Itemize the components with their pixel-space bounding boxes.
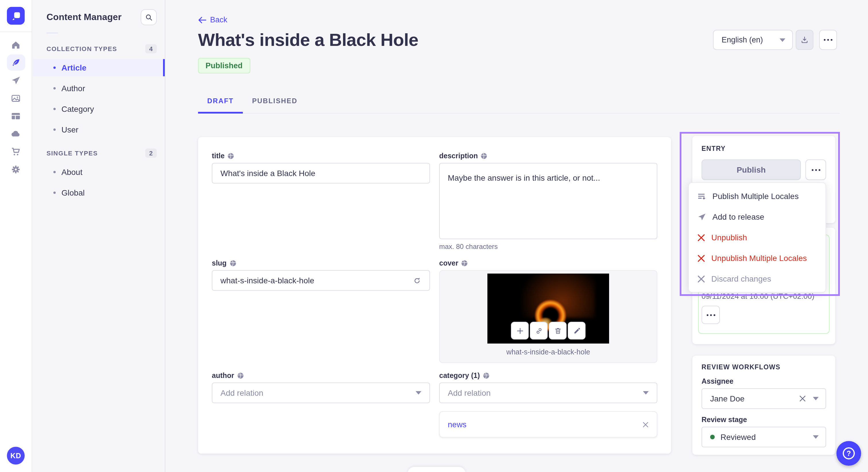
sidebar-item-article[interactable]: Article xyxy=(33,59,165,76)
review-stage-select[interactable]: Reviewed xyxy=(702,427,826,447)
sidebar-item-author[interactable]: Author xyxy=(33,80,165,97)
entry-more-button[interactable] xyxy=(805,160,826,180)
sidebar-item-global[interactable]: Global xyxy=(33,184,165,201)
download-icon xyxy=(800,36,809,44)
menu-item-unpublish[interactable]: Unpublish xyxy=(689,227,826,248)
version-tabs: DRAFT PUBLISHED xyxy=(198,90,307,113)
export-button[interactable] xyxy=(796,30,813,50)
field-title: title What's inside a Black Hole xyxy=(212,152,430,254)
cross-icon xyxy=(697,233,706,242)
user-avatar[interactable]: KD xyxy=(7,447,25,465)
help-button[interactable]: ? xyxy=(836,441,861,466)
copy-link-button[interactable] xyxy=(530,322,548,339)
category-relation-select[interactable]: Add relation xyxy=(439,382,657,403)
cover-media-box: what-s-inside-a-black-hole xyxy=(439,270,657,363)
locale-select[interactable]: English (en) xyxy=(713,30,793,50)
category-relation-item[interactable]: news xyxy=(439,411,657,438)
assignee-combobox[interactable]: Jane Doe xyxy=(702,388,826,409)
sidebar-item-category[interactable]: Category xyxy=(33,100,165,117)
pencil-icon xyxy=(572,327,581,335)
menu-item-publish-multiple-locales[interactable]: Publish Multiple Locales xyxy=(689,186,826,206)
link-icon xyxy=(535,327,543,335)
more-dots-icon xyxy=(811,169,820,171)
strapi-logo-icon xyxy=(9,9,22,22)
releases-paper-plane-icon xyxy=(10,75,21,86)
paper-plane-icon xyxy=(697,212,707,222)
nav-rail: KD xyxy=(0,0,32,472)
trash-icon xyxy=(554,327,562,335)
bullet-icon xyxy=(53,129,56,131)
collection-types-count-badge: 4 xyxy=(145,44,157,53)
rail-item-releases[interactable] xyxy=(7,72,25,88)
chevron-down-icon xyxy=(415,391,422,395)
description-helper-text: max. 80 characters xyxy=(439,243,657,250)
i18n-globe-icon xyxy=(483,372,490,379)
field-slug: slug what-s-inside-a-black-hole xyxy=(212,259,430,366)
chevron-down-icon xyxy=(643,391,649,395)
chevron-down-icon xyxy=(780,38,785,42)
title-input[interactable]: What's inside a Black Hole xyxy=(212,163,430,183)
tab-draft[interactable]: DRAFT xyxy=(198,90,243,113)
delete-media-button[interactable] xyxy=(549,322,567,339)
plus-icon xyxy=(516,327,524,335)
list-plus-icon xyxy=(697,191,707,201)
strapi-logo[interactable] xyxy=(7,7,25,25)
rail-item-home[interactable] xyxy=(7,37,25,53)
i18n-globe-icon xyxy=(229,260,236,267)
remove-relation-x-icon[interactable] xyxy=(642,421,649,428)
i18n-globe-icon xyxy=(237,372,244,379)
menu-item-discard-changes[interactable]: Discard changes xyxy=(689,268,826,289)
rail-item-cloud[interactable] xyxy=(7,126,25,142)
cover-filename: what-s-inside-a-black-hole xyxy=(440,348,657,356)
clear-x-icon[interactable] xyxy=(799,395,806,402)
stage-status-dot xyxy=(710,435,715,439)
scheduled-release-date: 09/11/2024 at 16:00 (UTC+02:00) xyxy=(702,292,814,301)
release-more-button[interactable] xyxy=(702,306,720,324)
rail-item-marketplace[interactable] xyxy=(7,143,25,160)
cover-toolbar xyxy=(511,322,586,339)
publish-button[interactable]: Publish xyxy=(702,160,801,180)
question-mark-icon: ? xyxy=(843,447,855,460)
review-stage-label: Review stage xyxy=(702,416,826,424)
regenerate-icon[interactable] xyxy=(413,276,422,285)
more-dots-icon xyxy=(706,314,715,316)
slug-input[interactable]: what-s-inside-a-black-hole xyxy=(212,270,430,291)
deploy-cloud-icon xyxy=(10,128,21,139)
field-cover: cover what-s-inside-a-black-hole xyxy=(439,259,657,366)
subnav-title: Content Manager xyxy=(46,12,121,22)
author-relation-select[interactable]: Add relation xyxy=(212,382,430,403)
i18n-globe-icon xyxy=(481,153,488,160)
rail-item-content-type-builder[interactable] xyxy=(7,108,25,124)
chevron-down-icon xyxy=(813,435,818,439)
back-link[interactable]: Back xyxy=(198,15,227,24)
menu-item-unpublish-multiple-locales[interactable]: Unpublish Multiple Locales xyxy=(689,248,826,268)
bullet-icon xyxy=(53,171,56,173)
bullet-icon xyxy=(53,67,56,69)
header-toolbar: English (en) xyxy=(713,30,837,50)
bullet-icon xyxy=(53,192,56,194)
cross-icon xyxy=(697,274,706,283)
description-textarea[interactable]: Maybe the answer is in this article, or … xyxy=(439,163,657,239)
sidebar-item-user[interactable]: User xyxy=(33,121,165,138)
search-button[interactable] xyxy=(141,9,157,25)
rail-item-media-library[interactable] xyxy=(7,90,25,106)
content-manager-subnav: Content Manager COLLECTION TYPES 4 Artic… xyxy=(33,0,165,472)
sidebar-item-about[interactable]: About xyxy=(33,164,165,181)
rail-item-settings[interactable] xyxy=(7,161,25,177)
status-badge: Published xyxy=(198,58,250,73)
back-arrow-icon xyxy=(198,16,207,23)
add-media-button[interactable] xyxy=(511,322,529,339)
cross-icon xyxy=(697,254,706,262)
relation-link-news[interactable]: news xyxy=(448,420,466,429)
app-window: KD Content Manager COLLECTION TYPES 4 Ar… xyxy=(0,0,868,472)
i18n-globe-icon xyxy=(461,260,468,267)
marketplace-cart-icon xyxy=(10,146,21,157)
page-title: What's inside a Black Hole xyxy=(198,30,418,50)
menu-item-add-to-release[interactable]: Add to release xyxy=(689,206,826,227)
tab-published[interactable]: PUBLISHED xyxy=(243,90,307,113)
field-author: author Add relation xyxy=(212,372,430,439)
rail-item-content-manager[interactable] xyxy=(7,55,25,71)
edit-media-button[interactable] xyxy=(568,322,586,339)
header-more-button[interactable] xyxy=(819,30,837,50)
content-manager-feather-icon xyxy=(10,57,21,68)
